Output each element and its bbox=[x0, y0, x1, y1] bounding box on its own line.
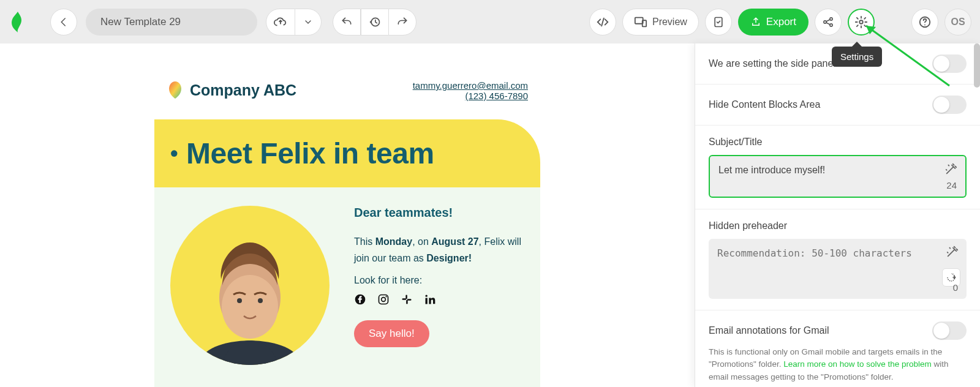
template-title-field[interactable]: New Template 29 bbox=[86, 9, 257, 36]
svg-point-15 bbox=[258, 298, 263, 303]
svg-rect-20 bbox=[405, 295, 407, 299]
slack-icon[interactable] bbox=[401, 293, 413, 306]
brand-block: Company ABC bbox=[167, 80, 296, 100]
gmail-annotations-toggle[interactable] bbox=[932, 321, 967, 340]
look-for-label: Look for it here: bbox=[354, 275, 524, 286]
back-button[interactable] bbox=[50, 9, 77, 36]
svg-point-14 bbox=[237, 298, 242, 303]
bullet-icon: • bbox=[170, 141, 178, 167]
user-avatar[interactable]: OS bbox=[944, 9, 971, 36]
hero-title: • Meet Felix in team bbox=[170, 137, 524, 170]
brand-logo-icon bbox=[167, 80, 184, 100]
share-button[interactable] bbox=[815, 9, 842, 36]
svg-point-18 bbox=[382, 298, 386, 302]
magic-wand-icon[interactable] bbox=[946, 245, 959, 258]
help-icon bbox=[918, 15, 932, 29]
avatar-initials: OS bbox=[951, 17, 965, 28]
preview-button[interactable]: Preview bbox=[622, 9, 699, 36]
contact-email[interactable]: tammy.guerrero@email.com bbox=[413, 80, 528, 91]
top-toolbar: New Template 29 bbox=[0, 0, 980, 43]
preview-label: Preview bbox=[652, 17, 687, 28]
linkedin-icon[interactable] bbox=[424, 293, 436, 306]
hide-blocks-toggle[interactable] bbox=[932, 96, 967, 114]
greeting: Dear teammates! bbox=[354, 206, 524, 220]
svg-point-19 bbox=[386, 296, 387, 298]
svg-point-7 bbox=[859, 20, 863, 24]
gmail-annotations-label: Email annotations for Gmail bbox=[709, 325, 829, 336]
devices-icon bbox=[634, 15, 647, 29]
redo-icon bbox=[396, 16, 409, 28]
say-hello-button[interactable]: Say hello! bbox=[354, 320, 429, 347]
subject-field[interactable]: 24 bbox=[709, 155, 967, 198]
undo-icon bbox=[341, 16, 353, 28]
intro-paragraph: This Monday, on August 27, Felix will jo… bbox=[354, 233, 524, 266]
gear-icon bbox=[854, 15, 868, 29]
gmail-note: This is functional only on Gmail mobile … bbox=[709, 346, 967, 383]
history-group bbox=[333, 9, 417, 36]
contact-phone[interactable]: (123) 456-7890 bbox=[465, 91, 528, 101]
settings-panel: We are setting the side panel to the lef… bbox=[695, 43, 980, 387]
cloud-group bbox=[266, 9, 322, 36]
subject-label: Subject/Title bbox=[709, 137, 967, 148]
panel-row-hideblocks: Hide Content Blocks Area bbox=[695, 85, 980, 126]
svg-point-13 bbox=[222, 275, 278, 339]
template-title-text: New Template 29 bbox=[100, 16, 181, 28]
settings-tooltip: Settings bbox=[832, 47, 882, 67]
app-logo bbox=[9, 10, 27, 34]
hero-banner: • Meet Felix in team bbox=[154, 119, 540, 187]
redo-button[interactable] bbox=[388, 9, 417, 36]
email-preview: Company ABC tammy.guerrero@email.com (12… bbox=[154, 80, 540, 387]
svg-rect-21 bbox=[402, 299, 407, 301]
svg-rect-22 bbox=[406, 300, 408, 304]
preheader-field[interactable]: 0 bbox=[709, 239, 967, 299]
email-body-text: Dear teammates! This Monday, on August 2… bbox=[354, 206, 524, 365]
svg-rect-1 bbox=[635, 17, 643, 23]
export-label: Export bbox=[766, 16, 796, 28]
arrow-left-icon bbox=[58, 17, 69, 28]
side-panel-toggle[interactable] bbox=[932, 54, 967, 73]
svg-rect-25 bbox=[426, 298, 428, 304]
cloud-menu-button[interactable] bbox=[295, 9, 322, 36]
email-header: Company ABC tammy.guerrero@email.com (12… bbox=[154, 80, 540, 119]
undo-button[interactable] bbox=[333, 9, 361, 36]
chevron-down-icon bbox=[303, 17, 313, 27]
editor-canvas[interactable]: Company ABC tammy.guerrero@email.com (12… bbox=[0, 43, 695, 387]
export-icon bbox=[750, 17, 761, 28]
toolbar-right: Preview Export bbox=[589, 9, 971, 36]
clipboard-check-icon bbox=[712, 16, 725, 28]
facebook-icon[interactable] bbox=[354, 293, 366, 306]
panel-scrollbar[interactable] bbox=[974, 43, 980, 88]
code-button[interactable] bbox=[589, 9, 616, 36]
gmail-learn-more-link[interactable]: Learn more on how to solve the problem bbox=[783, 359, 932, 369]
export-button[interactable]: Export bbox=[738, 9, 809, 36]
cloud-upload-icon bbox=[274, 15, 287, 29]
svg-point-24 bbox=[426, 295, 428, 297]
cloud-save-button[interactable] bbox=[266, 9, 295, 36]
history-button[interactable] bbox=[361, 9, 389, 36]
main-area: Company ABC tammy.guerrero@email.com (12… bbox=[0, 43, 980, 387]
preheader-input[interactable] bbox=[717, 247, 941, 272]
checklist-button[interactable] bbox=[705, 9, 732, 36]
share-icon bbox=[822, 16, 834, 28]
preheader-label: Hidden preheader bbox=[709, 220, 967, 231]
panel-gmail: Email annotations for Gmail This is func… bbox=[695, 310, 980, 387]
subject-input[interactable] bbox=[718, 165, 940, 176]
magic-wand-icon[interactable] bbox=[944, 162, 958, 176]
member-photo bbox=[170, 206, 330, 365]
panel-subject: Subject/Title 24 bbox=[695, 126, 980, 209]
settings-button[interactable] bbox=[848, 9, 875, 36]
social-row bbox=[354, 293, 524, 306]
help-button[interactable] bbox=[911, 9, 938, 36]
instagram-icon[interactable] bbox=[377, 293, 390, 306]
hide-blocks-label: Hide Content Blocks Area bbox=[709, 99, 820, 110]
subject-counter: 24 bbox=[946, 180, 957, 190]
history-icon bbox=[369, 16, 381, 28]
email-body: Dear teammates! This Monday, on August 2… bbox=[154, 187, 540, 387]
code-icon bbox=[596, 15, 609, 29]
preheader-counter: 0 bbox=[953, 282, 958, 293]
contact-info: tammy.guerrero@email.com (123) 456-7890 bbox=[413, 80, 528, 101]
svg-rect-23 bbox=[407, 299, 412, 301]
company-name: Company ABC bbox=[190, 81, 296, 99]
panel-preheader: Hidden preheader 0 bbox=[695, 209, 980, 310]
